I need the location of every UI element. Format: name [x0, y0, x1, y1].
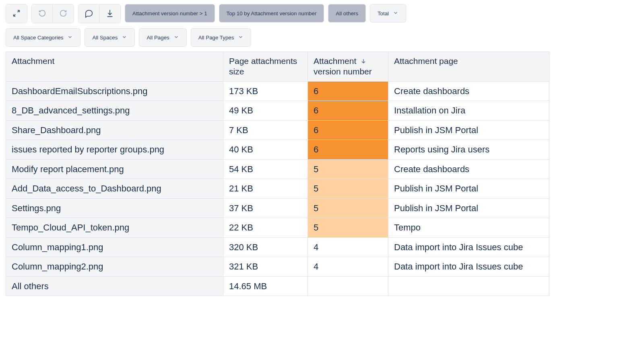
table-header-row: Attachment Page attachments size Attachm…	[6, 52, 549, 82]
redo-icon	[59, 9, 68, 19]
cell-attachment[interactable]: Column_mapping2.png	[6, 257, 223, 277]
cell-size: 54 KB	[223, 159, 308, 179]
cell-version: 6	[308, 140, 388, 160]
table-row: 8_DB_advanced_settings.png49 KB6Installa…	[6, 101, 549, 121]
cell-page[interactable]: Installation on Jira	[388, 101, 549, 121]
cell-size: 321 KB	[223, 257, 308, 277]
cell-attachment[interactable]: issues reported by reporter groups.png	[6, 140, 223, 160]
cell-page[interactable]: Create dashboards	[388, 159, 549, 179]
cell-page	[388, 276, 549, 296]
filter-page-types-label: All Page Types	[198, 35, 234, 41]
col-header-version[interactable]: Attachment version number	[308, 52, 388, 82]
cell-version: 5	[308, 198, 388, 218]
table-row: DashboardEmailSubscriptions.png173 KB6Cr…	[6, 81, 549, 101]
filter-pages-label: All Pages	[147, 35, 169, 41]
table-row: Add_Data_access_to_Dashboard.png21 KB5Pu…	[6, 179, 549, 199]
cell-attachment[interactable]: Modify report placement.png	[6, 159, 223, 179]
table-row: Settings.png37 KB5Publish in JSM Portal	[6, 198, 549, 218]
cell-attachment[interactable]: Share_Dashboard.png	[6, 120, 223, 140]
expand-button[interactable]	[6, 4, 27, 23]
chevron-down-icon	[393, 10, 398, 17]
cell-size: 21 KB	[223, 179, 308, 199]
cell-attachment[interactable]: DashboardEmailSubscriptions.png	[6, 81, 223, 101]
undo-icon	[38, 9, 47, 19]
cell-attachment[interactable]: Add_Data_access_to_Dashboard.png	[6, 179, 223, 199]
filter-spaces-label: All Spaces	[92, 35, 118, 41]
filter-spaces[interactable]: All Spaces	[85, 28, 135, 47]
cell-attachment[interactable]: 8_DB_advanced_settings.png	[6, 101, 223, 121]
cell-page[interactable]: Data import into Jira Issues cube	[388, 257, 549, 277]
cell-size: 173 KB	[223, 81, 308, 101]
cell-size: 320 KB	[223, 237, 308, 257]
actions-group	[78, 4, 121, 23]
cell-version: 6	[308, 120, 388, 140]
cell-version: 5	[308, 218, 388, 238]
download-button[interactable]	[99, 4, 120, 23]
cell-version: 6	[308, 81, 388, 101]
cell-version: 4	[308, 257, 388, 277]
comment-icon	[85, 9, 93, 19]
attachments-table: Attachment Page attachments size Attachm…	[6, 51, 549, 296]
table-row: issues reported by reporter groups.png40…	[6, 140, 549, 160]
download-icon	[105, 9, 114, 19]
filter-pages[interactable]: All Pages	[139, 28, 186, 47]
col-header-version-label-line1: Attachment	[314, 56, 359, 66]
col-header-attachment[interactable]: Attachment	[6, 52, 223, 82]
chip-top10-label: Top 10 by Attachment version number	[227, 10, 317, 16]
chip-top10[interactable]: Top 10 by Attachment version number	[219, 4, 324, 23]
chevron-down-icon	[238, 34, 244, 41]
filter-page-types[interactable]: All Page Types	[191, 28, 252, 47]
cell-version: 5	[308, 159, 388, 179]
cell-page[interactable]: Publish in JSM Portal	[388, 120, 549, 140]
history-group	[31, 4, 74, 23]
filter-space-categories-label: All Space Categories	[13, 35, 63, 41]
table-footer-row: All others14.65 MB	[6, 276, 549, 296]
cell-page[interactable]: Reports using Jira users	[388, 140, 549, 160]
table-row: Tempo_Cloud_API_token.png22 KB5Tempo	[6, 218, 549, 238]
cell-size: 22 KB	[223, 218, 308, 238]
toolbar: Attachment version number > 1Top 10 by A…	[6, 4, 638, 23]
cell-attachment[interactable]: Column_mapping1.png	[6, 237, 223, 257]
comment-button[interactable]	[78, 4, 99, 23]
table-row: Column_mapping2.png321 KB4Data import in…	[6, 257, 549, 277]
arrow-down-icon	[359, 56, 367, 66]
chip-version-gt1[interactable]: Attachment version number > 1	[125, 4, 215, 23]
col-header-size[interactable]: Page attachments size	[223, 52, 308, 82]
cell-page[interactable]: Publish in JSM Portal	[388, 198, 549, 218]
cell-attachment[interactable]: Tempo_Cloud_API_token.png	[6, 218, 223, 238]
expand-group	[6, 4, 27, 23]
chip-all-others[interactable]: All others	[328, 4, 366, 23]
cell-size: 40 KB	[223, 140, 308, 160]
expand-icon	[12, 9, 21, 19]
cell-version: 4	[308, 237, 388, 257]
cell-size: 37 KB	[223, 198, 308, 218]
col-header-page[interactable]: Attachment page	[388, 52, 549, 82]
cell-page[interactable]: Tempo	[388, 218, 549, 238]
cell-size: 14.65 MB	[223, 276, 308, 296]
chip-version-gt1-label: Attachment version number > 1	[132, 10, 207, 16]
cell-version	[308, 276, 388, 296]
filter-space-categories[interactable]: All Space Categories	[6, 28, 80, 47]
chevron-down-icon	[173, 34, 179, 41]
chevron-down-icon	[122, 34, 127, 41]
cell-page[interactable]: Publish in JSM Portal	[388, 179, 549, 199]
cell-version: 6	[308, 101, 388, 121]
cell-version: 5	[308, 179, 388, 199]
table-row: Modify report placement.png54 KB5Create …	[6, 159, 549, 179]
col-header-version-label-rest: version number	[314, 67, 372, 76]
cell-page[interactable]: Create dashboards	[388, 81, 549, 101]
redo-button[interactable]	[53, 4, 74, 23]
table-row: Share_Dashboard.png7 KB6Publish in JSM P…	[6, 120, 549, 140]
cell-size: 7 KB	[223, 120, 308, 140]
chip-all-others-label: All others	[336, 10, 358, 16]
filters-row: All Space CategoriesAll SpacesAll PagesA…	[6, 28, 638, 47]
undo-button[interactable]	[32, 4, 53, 23]
cell-attachment: All others	[6, 276, 223, 296]
cell-attachment[interactable]: Settings.png	[6, 198, 223, 218]
chevron-down-icon	[67, 34, 73, 41]
table-row: Column_mapping1.png320 KB4Data import in…	[6, 237, 549, 257]
cell-size: 49 KB	[223, 101, 308, 121]
cell-page[interactable]: Data import into Jira Issues cube	[388, 237, 549, 257]
total-label: Total	[378, 10, 389, 16]
total-dropdown[interactable]: Total	[370, 4, 406, 23]
